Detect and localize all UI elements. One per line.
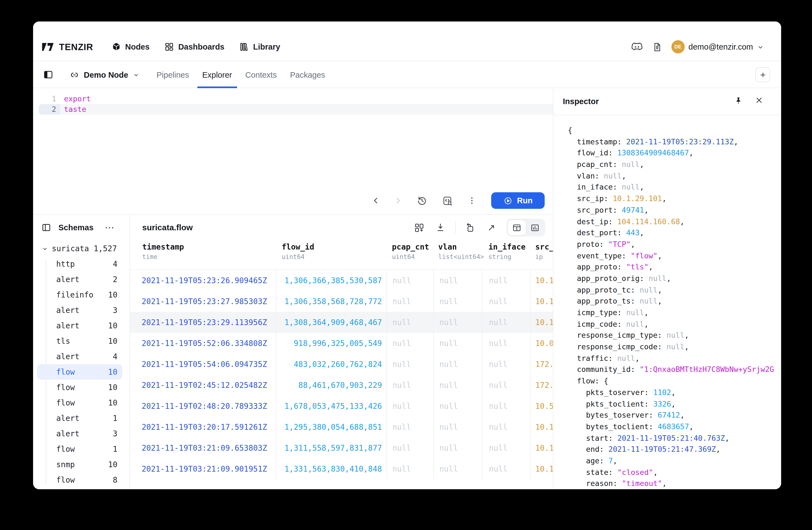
cell-in-iface: null — [482, 312, 530, 333]
column-header-pcap-cnt[interactable]: pcap_cntuint64 — [387, 239, 433, 269]
json-key: bytes_toserver: — [586, 410, 658, 419]
tab-explorer[interactable]: Explorer — [202, 61, 232, 88]
table-row[interactable]: 2021-11-19T02:48:20.789333Z1,678,053,475… — [130, 396, 553, 416]
cell-flow-id: 1,306,358,568,728,772 — [276, 291, 387, 312]
query-history-icon[interactable] — [414, 193, 430, 208]
expand-icon[interactable] — [483, 220, 499, 235]
schema-item[interactable]: alert4 — [37, 349, 122, 364]
schema-item[interactable]: alert3 — [37, 303, 122, 318]
chart-view-button[interactable] — [526, 220, 544, 235]
column-header-in-iface[interactable]: in_ifacestring — [482, 239, 530, 269]
schema-item[interactable]: alert10 — [37, 318, 122, 333]
add-to-dashboard-icon[interactable] — [411, 220, 427, 235]
cell-vlan: null — [433, 458, 482, 479]
schema-item[interactable]: http4 — [37, 256, 122, 271]
history-forward-button[interactable] — [390, 193, 406, 208]
schema-item[interactable]: flow8 — [37, 472, 122, 488]
schema-root[interactable]: suricata 1,527 — [33, 241, 130, 256]
json-key: reason: — [586, 479, 622, 488]
add-tab-button[interactable] — [755, 67, 770, 82]
table-row[interactable]: 2021-11-19T05:23:26.909465Z1,306,366,385… — [130, 270, 553, 291]
column-header-vlan[interactable]: vlanlist<uint64> — [433, 239, 482, 269]
schema-item-count: 1 — [113, 414, 117, 423]
node-bar: Demo Node Pipelines Explorer Contexts Pa… — [33, 61, 781, 88]
schema-item[interactable]: snmp10 — [37, 457, 122, 472]
inspector-json-line: flow_id: 1308364909468467, — [553, 147, 781, 159]
table-row[interactable]: 2021-11-19T05:23:29.113956Z1,308,364,909… — [130, 312, 553, 333]
nodes-icon — [111, 42, 121, 52]
json-comma: , — [658, 251, 662, 260]
json-key: timestamp: — [577, 137, 626, 146]
json-value: 67412 — [658, 410, 680, 419]
json-key: event_type: — [577, 251, 630, 260]
nav-item-nodes[interactable]: Nodes — [111, 42, 150, 52]
pin-icon[interactable] — [734, 96, 743, 106]
chevron-down-icon — [42, 246, 48, 251]
editor-code: export — [60, 94, 553, 104]
table-row[interactable]: 2021-11-19T03:21:09.653803Z1,311,558,597… — [130, 438, 553, 458]
run-button[interactable]: Run — [491, 192, 545, 209]
table-row[interactable]: 2021-11-19T05:23:27.985303Z1,306,358,568… — [130, 291, 553, 312]
table-row[interactable]: 2021-11-19T02:45:12.025482Z88,461,670,90… — [130, 374, 553, 396]
column-header-timestamp[interactable]: timestamptime — [130, 239, 276, 269]
json-key: community_id: — [577, 365, 640, 374]
table-row[interactable]: 2021-11-19T05:54:06.094735Z483,032,260,7… — [130, 354, 553, 374]
tenzir-logo[interactable]: TENZIR — [42, 42, 93, 52]
tab-packages[interactable]: Packages — [290, 61, 325, 88]
json-value: null — [617, 354, 635, 363]
column-header-flow-id[interactable]: flow_iduint64 — [276, 239, 387, 269]
schema-item[interactable]: flow10 — [37, 395, 122, 410]
account-menu[interactable]: DE demo@tenzir.com — [671, 40, 764, 54]
inspector-json: {timestamp: 2021-11-19T05:23:29.113Z,flo… — [553, 124, 781, 489]
schema-item[interactable]: alert3 — [37, 426, 122, 441]
json-key: dest_port: — [577, 228, 626, 237]
table-row[interactable]: 2021-11-19T03:21:09.901951Z1,331,563,830… — [130, 458, 553, 479]
node-selector[interactable]: Demo Node — [70, 61, 139, 88]
json-key: bytes_toclient: — [586, 422, 658, 431]
cell-pcap-cnt: null — [387, 416, 433, 438]
logo-text: TENZIR — [59, 42, 93, 52]
json-key: dest_ip: — [577, 217, 617, 226]
inspector-json-line: dest_ip: 104.114.160.68, — [553, 216, 781, 227]
schema-item[interactable]: flow1 — [37, 441, 122, 457]
schema-item[interactable]: tls10 — [37, 333, 122, 349]
json-value: { — [604, 376, 608, 385]
code-search-icon[interactable] — [439, 193, 455, 208]
link-icon — [70, 70, 79, 79]
tab-pipelines[interactable]: Pipelines — [157, 61, 189, 88]
schema-item[interactable]: flow10 — [37, 380, 122, 395]
json-key: end: — [586, 445, 608, 454]
json-comma: , — [640, 160, 644, 168]
cell-timestamp: 2021-11-19T05:54:06.094735Z — [130, 354, 276, 374]
table-view-button[interactable] — [508, 220, 526, 235]
schema-item[interactable]: fileinfo10 — [37, 287, 122, 303]
nav-item-library[interactable]: Library — [239, 42, 280, 52]
discord-icon[interactable] — [631, 42, 643, 52]
results-toolbar — [405, 219, 545, 236]
schema-item[interactable]: alert1 — [37, 410, 122, 426]
panel-icon[interactable] — [41, 223, 51, 233]
close-icon[interactable] — [755, 96, 764, 105]
cell-vlan: null — [433, 416, 482, 438]
json-key: response_icmp_type: — [577, 331, 666, 340]
inspector-json-line: event_type: "flow", — [553, 250, 781, 261]
kebab-menu-icon[interactable] — [464, 193, 480, 208]
schemas-header: Schemas ··· — [33, 219, 130, 236]
schema-item[interactable]: flow10 — [37, 364, 122, 380]
history-back-button[interactable] — [368, 193, 384, 208]
schemas-menu-icon[interactable]: ··· — [105, 223, 115, 232]
sidebar-toggle-icon[interactable] — [43, 70, 54, 80]
cell-flow-id: 88,461,670,903,229 — [276, 374, 387, 396]
cell-timestamp: 2021-11-19T03:21:09.901951Z — [130, 458, 276, 479]
open-as-pipeline-icon[interactable] — [462, 220, 477, 235]
cell-vlan: null — [433, 291, 482, 312]
table-row[interactable]: 2021-11-19T03:20:17.591261Z1,295,380,054… — [130, 416, 553, 438]
table-row[interactable]: 2021-11-19T05:52:06.334808Z918,996,325,0… — [130, 333, 553, 354]
nav-item-dashboards[interactable]: Dashboards — [164, 42, 224, 52]
download-icon[interactable] — [433, 220, 448, 235]
schema-item[interactable]: alert2 — [37, 271, 122, 287]
account-email: demo@tenzir.com — [688, 42, 753, 51]
json-comma: , — [689, 148, 693, 157]
tab-contexts[interactable]: Contexts — [245, 61, 277, 88]
docs-icon[interactable] — [652, 42, 662, 52]
